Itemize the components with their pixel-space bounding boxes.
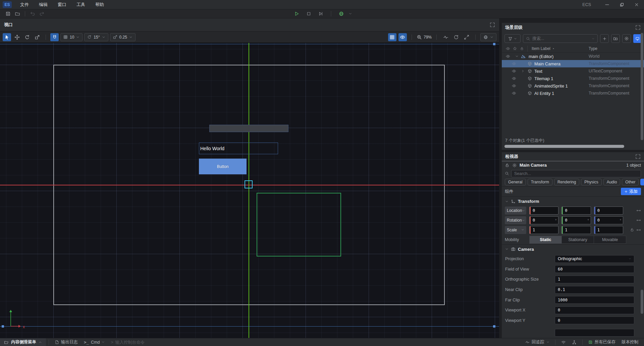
tab-all[interactable]: All (640, 179, 644, 185)
location-z-field[interactable]: 0 (594, 207, 623, 215)
hierarchy-row-main-camera[interactable]: Main Camera TransformComponent (502, 60, 644, 67)
rotation-z-field[interactable]: 0° (594, 216, 623, 224)
cmd-dropdown[interactable]: >_ Cmd (81, 340, 108, 345)
column-item-label[interactable]: Item Label (532, 46, 555, 51)
menu-window[interactable]: 窗口 (53, 0, 71, 9)
near-clip-input[interactable]: 0.1 (555, 286, 634, 294)
column-type[interactable]: Type (589, 46, 597, 51)
tab-physics[interactable]: Physics (581, 179, 601, 185)
save-button[interactable] (3, 10, 13, 18)
scene-canvas[interactable]: Hello World Button x (0, 43, 499, 338)
open-button[interactable] (13, 10, 22, 18)
hierarchy-row-animatedsprite[interactable]: AnimatedSprite 1 TransformComponent (502, 82, 644, 90)
undo-button[interactable] (28, 10, 37, 18)
visibility-toggle[interactable] (512, 84, 516, 88)
chevron-down-icon[interactable] (349, 12, 352, 15)
chevron-right-icon[interactable] (521, 69, 525, 73)
zoom-level[interactable]: 79% (417, 35, 432, 40)
reset-link-icon[interactable] (636, 218, 641, 223)
projection-select[interactable]: Orthographic (555, 255, 634, 263)
filter-dropdown[interactable] (504, 34, 521, 43)
select-tool-button[interactable] (3, 33, 11, 41)
redo-button[interactable] (37, 10, 47, 18)
branch-button[interactable] (569, 340, 580, 345)
traceback-dropdown[interactable]: 回追踪 (522, 339, 552, 345)
mobility-movable[interactable]: Movable (594, 236, 626, 243)
visibility-toggle[interactable] (512, 69, 516, 73)
expand-panel-icon[interactable] (635, 25, 641, 30)
add-component-button[interactable]: 添加 (621, 188, 641, 195)
uniform-scale-lock-icon[interactable] (630, 228, 634, 232)
lock-column-icon[interactable] (520, 47, 524, 51)
viewport-tab-button[interactable] (633, 34, 641, 43)
menu-edit[interactable]: 编辑 (34, 0, 53, 9)
hierarchy-row-world[interactable]: main (Editor) World (502, 53, 644, 60)
chevron-down-icon[interactable] (515, 55, 519, 58)
scale-x-field[interactable]: 1 (529, 226, 558, 234)
reset-link-icon[interactable] (636, 228, 641, 232)
field-of-view-input[interactable]: 60 (555, 265, 634, 273)
snap-toggle-button[interactable] (50, 33, 59, 41)
world-select-button[interactable] (337, 10, 346, 18)
network-status-button[interactable] (558, 340, 569, 345)
transform-section-header[interactable]: Transform (502, 196, 644, 206)
eye-column-icon[interactable] (506, 47, 510, 51)
new-folder-button[interactable] (611, 34, 620, 43)
guide-handle[interactable] (2, 325, 4, 328)
hierarchy-search-input[interactable] (532, 36, 590, 41)
scene-text-object[interactable]: Hello World (199, 142, 278, 154)
maximize-button[interactable] (614, 0, 629, 9)
close-button[interactable] (629, 0, 644, 9)
move-tool-button[interactable] (13, 33, 21, 41)
stats-button[interactable] (441, 33, 450, 41)
menu-tools[interactable]: 工具 (71, 0, 90, 9)
console-command-input[interactable] (115, 340, 159, 345)
location-y-field[interactable]: 0 (561, 207, 591, 215)
stop-button[interactable] (304, 10, 314, 18)
tab-other[interactable]: Other (622, 179, 639, 185)
menu-help[interactable]: 帮助 (90, 0, 109, 9)
location-dropdown[interactable]: Location (505, 207, 526, 215)
visibility-toggle[interactable] (506, 54, 510, 59)
guide-handle[interactable] (493, 325, 495, 328)
menu-file[interactable]: 文件 (15, 0, 34, 9)
step-button[interactable] (316, 10, 326, 18)
app-logo[interactable]: ES (3, 1, 12, 8)
inspector-search-input[interactable] (514, 171, 638, 176)
viewport-y-input[interactable]: 0 (555, 316, 634, 324)
tab-transform[interactable]: Transform (528, 179, 552, 185)
play-button[interactable] (292, 10, 302, 18)
gizmo-visibility-toggle[interactable] (398, 33, 407, 41)
clipped-input[interactable] (555, 329, 634, 337)
visibility-toggle[interactable] (512, 76, 516, 81)
hierarchy-v-scrollbar[interactable] (641, 33, 643, 140)
scale-y-field[interactable]: 1 (561, 226, 591, 234)
save-status[interactable]: 所有已保存 (585, 339, 619, 345)
star-column-icon[interactable] (513, 47, 517, 51)
rotate-tool-button[interactable] (23, 33, 31, 41)
lock-inspector-icon[interactable] (505, 163, 509, 168)
add-entity-button[interactable] (600, 34, 609, 43)
scale-tool-button[interactable] (33, 33, 41, 41)
rotate-snap-dropdown[interactable]: 15° (84, 33, 108, 41)
console-command-field[interactable]: > (108, 340, 162, 345)
inspector-v-scrollbar[interactable] (641, 290, 643, 314)
guide-handle[interactable] (493, 43, 495, 45)
rotation-x-field[interactable]: 0° (529, 216, 558, 224)
hierarchy-search[interactable] (523, 34, 598, 43)
scene-region-rect[interactable] (257, 193, 341, 256)
rotation-y-field[interactable]: 0° (561, 216, 591, 224)
mobility-stationary[interactable]: Stationary (562, 236, 594, 243)
location-x-field[interactable]: 0 (529, 207, 558, 215)
grid-visibility-toggle[interactable] (388, 33, 396, 41)
object-settings-icon[interactable] (512, 163, 517, 168)
view-mode-dropdown[interactable] (480, 33, 496, 41)
expand-panel-icon[interactable] (635, 154, 641, 159)
mobility-static[interactable]: Static (530, 236, 562, 243)
far-clip-input[interactable]: 1000 (555, 296, 634, 304)
scale-snap-dropdown[interactable]: 0.25 (110, 33, 136, 41)
tab-audio[interactable]: Audio (603, 179, 621, 185)
scene-panel-object[interactable] (209, 125, 288, 132)
selected-object-gizmo[interactable] (245, 180, 253, 188)
viewport-x-input[interactable]: 0 (555, 306, 634, 314)
